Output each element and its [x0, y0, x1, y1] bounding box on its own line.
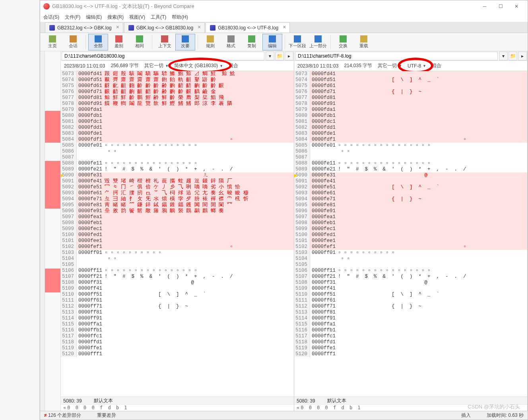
hex-line[interactable]: 51180000ffd1 — [294, 339, 527, 345]
hex-line[interactable]: 50900000fe31 @ — [294, 172, 527, 178]
hex-line[interactable]: 50830000fde1 — [61, 131, 294, 137]
hex-line[interactable]: 51000000fed1 — [294, 232, 527, 238]
right-dropdown-button[interactable]: ▾ — [499, 52, 508, 60]
toolbar-reload-button[interactable]: 重载 — [354, 34, 374, 50]
hex-line[interactable]: 50880000fe11▫ ▫ ▫ ▫ ▫ ▫ ▫ ▫ ▫ ▫ ▫ ▫ ▫ ▫ … — [61, 161, 294, 166]
hex-line[interactable]: 51060000ff11▫ ▫ ▫ ▫ ▫ ▫ ▫ ▫ ▫ ▫ ▫ ▫ ▫ ▫ … — [61, 268, 294, 274]
hex-line[interactable]: 51070000ff21! " # $ % & ' ( ) * + , - . … — [294, 274, 527, 280]
hex-line[interactable]: 51140000ff91 — [61, 315, 294, 321]
hex-line[interactable]: 50950000fe81 — [294, 202, 527, 208]
toolbar-prev-button[interactable]: 上一部分 — [308, 34, 328, 50]
right-browse-button[interactable]: 📁 — [509, 52, 517, 60]
toolbar-swap-button[interactable]: 交换 — [333, 34, 353, 50]
hex-line[interactable]: 50810000fdc1 — [294, 119, 527, 125]
hex-line[interactable]: 50890000fe21! " # $ % & ' ( ) * + , - . … — [61, 166, 294, 172]
hex-line[interactable]: 50740000fd51黻 齊 齋 齋 齎 齋 齋 飽 飴 軌 齟 鼕 鼯 齡 — [61, 77, 294, 83]
left-path-input[interactable] — [62, 52, 264, 60]
hex-line[interactable]: 51140000ff91 — [294, 315, 527, 321]
toolbar-format-button[interactable]: 格式 — [221, 34, 241, 50]
hex-line[interactable]: 50940000fe71⺔ ⺕ 紬 ⺘ ⺙ ⺛ ⺢ 燌 橫 孛 ⺞ 朌 裱 襌 … — [61, 196, 294, 202]
left-open-button[interactable]: ▸ — [285, 52, 293, 60]
hex-line[interactable]: 51110000ff61 — [61, 298, 294, 304]
toolbar-edit-button[interactable]: 编辑 — [262, 34, 282, 50]
toolbar-copy-button[interactable]: 复制 — [242, 34, 262, 50]
hex-line[interactable]: 51080000ff31 @ — [61, 280, 294, 286]
hex-line[interactable]: 50960000fe91 — [294, 208, 527, 214]
hex-line[interactable]: 50750000fd61 — [294, 83, 527, 89]
tab-close-button[interactable]: × — [196, 25, 202, 30]
menu-item[interactable]: 视图(V) — [129, 14, 145, 21]
hex-line[interactable]: 50970000fea1 — [294, 214, 527, 220]
hex-line[interactable]: 51190000ffe1 — [294, 345, 527, 351]
hex-line[interactable]: 51100000ff51 [ \ ] ^ _ ` — [61, 292, 294, 298]
hex-line[interactable]: 5105 — [61, 262, 294, 268]
hex-line[interactable]: 51010000fee1 — [61, 238, 294, 244]
hex-line[interactable]: 51100000ff51 [ \ ] ^ _ ` — [294, 292, 527, 298]
hex-line[interactable]: 50930000fe61 — [294, 190, 527, 196]
left-browse-button[interactable]: 📁 — [275, 52, 284, 60]
session-tab[interactable]: GBK.log <--> GB18030.log× — [124, 22, 205, 33]
hex-line[interactable]: 50920000fe51 [ \ ] ^ _ ` — [294, 184, 527, 190]
hex-line[interactable]: 50900000fe31 ㄦ — [61, 172, 294, 178]
toolbar-rules-button[interactable]: 规则 — [200, 34, 220, 50]
menu-item[interactable]: 会话(S) — [43, 14, 59, 21]
toolbar-all-button[interactable]: 全部 — [88, 34, 108, 50]
hex-line[interactable]: 50830000fde1 — [294, 131, 527, 137]
menu-item[interactable]: 帮助(H) — [172, 14, 188, 21]
hex-line[interactable]: 51030000ff01▫ ▫ ▫ ▫ ▫ ▫ ▫ ▫ ▫ ▫ — [61, 250, 294, 256]
hex-line[interactable]: 50840000fdf1 ▫ — [61, 137, 294, 143]
hex-line[interactable]: 51160000ffb1 — [61, 327, 294, 333]
hex-line[interactable]: 51080000ff31 @ — [294, 280, 527, 286]
hex-line[interactable]: 50740000fd51 [ \ ] ^ _ ` — [294, 77, 527, 83]
hex-line[interactable]: 51130000ff81 — [294, 310, 527, 315]
hex-line[interactable]: 50780000fd91 — [294, 101, 527, 107]
overview-strip[interactable] — [45, 51, 61, 411]
hex-line[interactable]: 50970000fea1 — [61, 214, 294, 220]
hex-line[interactable]: 5086 ▫ ▫ — [294, 149, 527, 155]
hex-line[interactable]: 51010000fee1 — [294, 238, 527, 244]
session-tab[interactable]: GB18030.log <--> UTF-8.log× — [206, 22, 290, 33]
hex-line[interactable]: 50920000fe51冖 ⺀ 冂 ㇀ 俱 佮 ケ ㇓ 彡 ⺄ 咧 嘀 嘀 劣 … — [61, 184, 294, 190]
hex-line[interactable]: 50850000fe01▫ ▫ ▫ ▫ ▫ ▫ ▫ ▫ ▫ ▫ ▫ ▫ ▫ ▫ … — [294, 143, 527, 149]
toolbar-session-button[interactable]: 会话 — [63, 34, 83, 50]
hex-line[interactable]: 51090000ff41 — [294, 286, 527, 292]
left-dropdown-button[interactable]: ▾ — [266, 52, 274, 60]
left-hex-view[interactable]: 50730000fd41跟 鎧 殷 駭 鬮 驕 驅 驃 鰷 鮑 鯨 ⊿ 鯛 鮭 … — [61, 71, 294, 397]
hex-line[interactable]: 50990000fec1 — [61, 226, 294, 232]
right-path-input[interactable] — [295, 52, 498, 60]
hex-line[interactable]: 51150000ffa1 — [61, 321, 294, 327]
hex-line[interactable]: 5087 — [294, 155, 527, 161]
left-encoding-dropdown[interactable]: 简体中文 (GB18030)▼ — [174, 62, 223, 69]
toolbar-minor-button[interactable]: 次要 — [175, 34, 195, 50]
hex-line[interactable]: 51030000ff01▫ ▫ ▫ ▫ ▫ ▫ ▫ ▫ ▫ ▫ — [294, 250, 527, 256]
hex-line[interactable]: 50960000fe91皨 敫 韵 鬢 鬋 敵 籐 鴉 鴯 褧 鸛 鸓 鸝 螂 … — [61, 208, 294, 214]
hex-line[interactable]: 51120000ff71 { | } ~ — [294, 304, 527, 310]
hex-line[interactable]: 50980000feb1 — [61, 220, 294, 226]
menu-item[interactable]: 文件(F) — [65, 14, 80, 21]
hex-line[interactable]: 50760000fd71 { | } ~ — [294, 89, 527, 95]
hex-line[interactable]: 51160000ffb1 — [294, 327, 527, 333]
hex-line[interactable]: 50730000fd41跟 鎧 殷 駭 鬮 驕 驅 驃 鰷 鮑 鯨 ⊿ 鯛 鮭 … — [61, 71, 294, 77]
close-button[interactable]: ✕ — [509, 1, 524, 12]
tab-close-button[interactable]: × — [115, 25, 120, 30]
hex-line[interactable]: 50820000fdd1 — [294, 125, 527, 131]
maximize-button[interactable]: ☐ — [493, 1, 509, 12]
right-hex-view[interactable]: 50730000fd4150740000fd51 [ \ ] ^ _ `5075… — [294, 71, 527, 397]
hex-line[interactable]: 51180000ffd1 — [61, 339, 294, 345]
hex-line[interactable]: 50950000fe81靑 睹 睹 ⺮ 鐮 鋅 鋱 鍚 錐 錙 鑊 闐 閬 閞 … — [61, 202, 294, 208]
menu-item[interactable]: 搜索(R) — [107, 14, 124, 21]
hex-line[interactable]: 51000000fed1 — [61, 232, 294, 238]
hex-line[interactable]: 51150000ffa1 — [294, 321, 527, 327]
tab-close-button[interactable]: × — [281, 25, 287, 30]
hex-line[interactable]: 50750000fd61齖 齔 齟 齙 齡 齡 齡 齢 齣 齬 齬 齣 齡 齡 … — [61, 83, 294, 89]
hex-line[interactable]: 50770000fd81 — [294, 95, 527, 101]
toolbar-next-button[interactable]: 下一区段 — [287, 34, 307, 50]
toolbar-context-button[interactable]: 上下文 — [155, 34, 175, 50]
hex-line[interactable]: 5105 — [294, 262, 527, 268]
hex-line[interactable]: 50800000fdb1 — [294, 113, 527, 119]
toolbar-home-button[interactable]: 主页 — [43, 34, 62, 50]
session-tab[interactable]: GB2312.log <--> GBK.log× — [45, 22, 123, 33]
hex-line[interactable]: 50790000fda1 — [61, 107, 294, 113]
hex-line[interactable]: 50780000fd91鰈 鞭 輷 鬮 龍 覽 飲 鮮 鰹 鰭 鰭 郎 涼 李 … — [61, 101, 294, 107]
right-filter-dropdown[interactable]: 其它一切▼ — [378, 62, 402, 69]
